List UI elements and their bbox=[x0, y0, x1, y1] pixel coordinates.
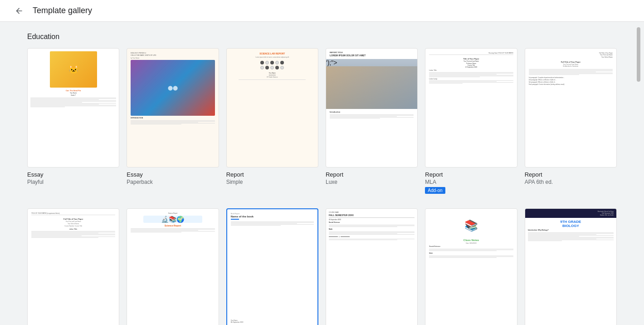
template-name: Essay bbox=[27, 171, 119, 178]
template-report-mla[interactable]: Running Head: TITLE OF YOUR PAPER Title … bbox=[425, 48, 517, 194]
template-thumb-classnotes-playful: 📚 Class Notes Date: 09/04/20XX Social Sc… bbox=[425, 208, 517, 325]
template-essay-paperback[interactable]: BIOLOGY, PERIOD 4 CELLS THE BASIC UNITS … bbox=[127, 48, 219, 194]
addon-badge: Add-on bbox=[425, 187, 445, 194]
template-grid-row1: 🐱 Cat: The Ideal Pet Your Name Grade 7 E… bbox=[27, 48, 617, 194]
template-name: Essay bbox=[127, 171, 219, 178]
template-thumb-report-playful: Science Report 🔬📚🌍 Science Report bbox=[127, 208, 219, 325]
template-subname: Simple bbox=[226, 179, 318, 185]
template-name: Report bbox=[425, 171, 517, 178]
template-classnotes-paperback[interactable]: Brookside School for Boys Fall Semester … bbox=[525, 208, 617, 325]
template-report-playful[interactable]: Science Report 🔬📚🌍 Science Report Report… bbox=[127, 208, 219, 325]
template-name: Report bbox=[525, 171, 617, 178]
template-report-apa6[interactable]: Full Title of Your PaperYour First Last … bbox=[525, 48, 617, 194]
template-subname: APA 6th ed. bbox=[525, 179, 617, 185]
template-subname: Luxe bbox=[326, 179, 418, 185]
template-report-apa7[interactable]: TITLE OF YOUR PAPER (in uppercase letter… bbox=[27, 208, 119, 325]
template-thumb-report-mla: Running Head: TITLE OF YOUR PAPER Title … bbox=[425, 48, 517, 167]
template-name: Report bbox=[226, 171, 318, 178]
template-thumb-essay-paperback: BIOLOGY, PERIOD 4 CELLS THE BASIC UNITS … bbox=[127, 48, 219, 167]
page-title: Template gallery bbox=[33, 6, 92, 15]
template-subname: Playful bbox=[27, 179, 119, 185]
template-thumb-classnotes-luxe: COURSE NAME FALL SEMESTER 20XX 04 Septem… bbox=[326, 208, 418, 325]
template-thumb-report-luxe: REPORT TITLE LOREM IPSUM DOLOR SIT AMET … bbox=[326, 48, 418, 167]
template-grid-row2: TITLE OF YOUR PAPER (in uppercase letter… bbox=[27, 208, 617, 325]
back-button[interactable] bbox=[11, 3, 27, 19]
template-report-luxe[interactable]: REPORT TITLE LOREM IPSUM DOLOR SIT AMET … bbox=[326, 48, 418, 194]
header: Template gallery bbox=[0, 0, 644, 22]
template-thumb-bookreport-rainbow: Book Report Name of the book Your Name 8… bbox=[226, 208, 318, 325]
template-subname: Paperback bbox=[127, 179, 219, 185]
template-thumb-report-simple: SCIENCE LAB REPORT Lorem ipsum dolor sit… bbox=[226, 48, 318, 167]
template-thumb-report-apa7: TITLE OF YOUR PAPER (in uppercase letter… bbox=[27, 208, 119, 325]
template-thumb-report-apa6: Full Title of Your PaperYour First Last … bbox=[525, 48, 617, 167]
template-thumb-essay-playful: 🐱 Cat: The Ideal Pet Your Name Grade 7 bbox=[27, 48, 119, 167]
template-classnotes-playful[interactable]: 📚 Class Notes Date: 09/04/20XX Social Sc… bbox=[425, 208, 517, 325]
section-title-education: Education bbox=[27, 33, 617, 41]
template-name: Report bbox=[326, 171, 418, 178]
template-bookreport-rainbow[interactable]: Book Report Name of the book Your Name 8… bbox=[226, 208, 318, 325]
template-report-simple[interactable]: SCIENCE LAB REPORT Lorem ipsum dolor sit… bbox=[226, 48, 318, 194]
template-thumb-classnotes-paperback: Brookside School for Boys Fall Semester … bbox=[525, 208, 617, 325]
template-essay-playful[interactable]: 🐱 Cat: The Ideal Pet Your Name Grade 7 E… bbox=[27, 48, 119, 194]
main-content: Education 🐱 Cat: The Ideal Pet Your Name… bbox=[0, 22, 644, 325]
template-classnotes-luxe[interactable]: COURSE NAME FALL SEMESTER 20XX 04 Septem… bbox=[326, 208, 418, 325]
scroll-indicator[interactable] bbox=[637, 27, 640, 82]
template-subname: MLA bbox=[425, 179, 517, 185]
